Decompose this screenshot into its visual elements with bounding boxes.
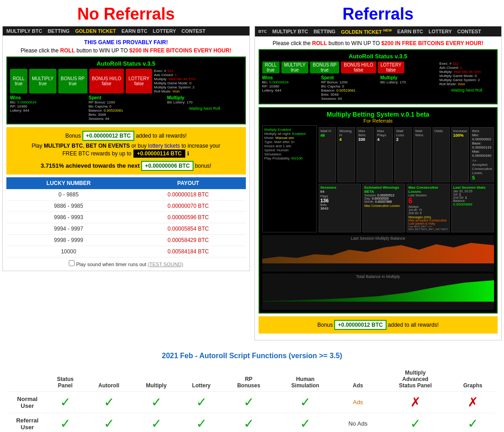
normal-graphs: ✗ (451, 391, 495, 413)
left-nav-betting[interactable]: BETTING (48, 28, 70, 34)
table-row: 9994 - 9997 0.00005854 BTC (6, 223, 246, 235)
multiply-main-grid: Multiply Enabled Multiply all night: Ena… (262, 125, 494, 232)
right-stats-inner: Wins Btc: 0.00000624 RP: 10360 Lottery: … (262, 75, 437, 101)
multiply-subtitle: For Referrals (262, 118, 494, 123)
col-human-sim: HumanSimulation (275, 367, 336, 392)
col-lottery: Lottery (180, 367, 223, 392)
left-sessions: Sessions: 64 (89, 117, 164, 121)
left-bets: Bets: 3048 (89, 113, 164, 117)
right-btn-roll[interactable]: ROLLtrue (262, 62, 280, 73)
left-bonus-section: Bonus +0.00000012 BTC added to all rewar… (6, 127, 246, 175)
betting-grid: Wait H 46 Missing H 4 Max Bets 330 (319, 127, 494, 182)
left-nav-earn[interactable]: EARN BTC (122, 28, 148, 34)
left-free-btc-amount: +0.00000114 BTC (133, 149, 186, 158)
right-btn-bonus-hilo[interactable]: BONUS HI/LOfalse (341, 62, 376, 73)
sessions-cell: Sessions 64 Plays 136 Bets 3643 (319, 184, 361, 232)
col-rp-bonuses: RPBonuses (223, 367, 275, 392)
left-rp-bonus: RP Bonus: 1200 (89, 100, 164, 104)
left-test-sound[interactable]: (TEST SOUND) (148, 262, 183, 267)
session-chart-svg (262, 241, 494, 263)
right-nav-betting[interactable]: BETTING (314, 29, 336, 34)
left-multiply-col: Multiply Btc Lottery: 170 Waiting Next R… (167, 95, 242, 121)
right-roll-message: Please click the ROLL button to WIN UP T… (259, 40, 498, 46)
left-autoroll-stats: Wins Btc: 0.00000624 RP: 10360 Lottery: … (10, 95, 242, 121)
left-btn-bonus-hilo[interactable]: BONUS HI/LOfalse (89, 69, 124, 93)
right-autoroll-title: AutoRoll Status v.3.5 (262, 53, 494, 60)
svg-marker-0 (262, 243, 494, 263)
col-graphs: Graphs (451, 367, 495, 392)
left-sound-checkbox[interactable] (69, 260, 75, 266)
referral-lottery: ✓ (180, 413, 223, 432)
right-panel-inner: Please click the ROLL button to WIN UP T… (255, 36, 502, 340)
col-status-panel: StatusPanel (46, 367, 85, 392)
normal-human-sim: ✓ (275, 391, 336, 413)
multiply-title: Multiply Betting System v.0.1 beta (262, 111, 494, 118)
referral-user-row: ReferralUser ✓ ✓ ✓ ✓ ✓ ✓ No Ads ✓ ✓ (9, 413, 495, 432)
charts-container: Last Session Multiply Balance (262, 235, 494, 310)
right-exec-info: Exec: # 322 Ads Closed: 0 Multiply: Wait… (439, 62, 494, 93)
left-exec-info: Exec: # 321 Ads Closed: 0 Multiply: Wait… (154, 69, 195, 93)
referral-status-panel: ✓ (46, 413, 85, 432)
left-btn-lottery[interactable]: LOTTERYfalse (126, 69, 152, 93)
left-autoroll-buttons: ROLLtrue MULTIPLYtrue BONUS RPtrue BONUS… (10, 69, 242, 93)
normal-status-panel: ✓ (46, 391, 85, 413)
col-autoroll: Autoroll (85, 367, 133, 392)
right-panel-wrapper: Referrals BTC MULTIPLY BTC BETTING GOLDE… (255, 5, 502, 340)
right-btn-lottery[interactable]: LOTTERYfalse (378, 62, 404, 73)
left-balance: Balance: 0.00523081 (89, 108, 164, 113)
left-wins-col: Wins Btc: 0.00000624 RP: 10360 Lottery: … (10, 95, 85, 121)
left-sound-check: Play sound when timer runs out (TEST SOU… (6, 260, 246, 267)
referral-multiply: ✓ (132, 413, 179, 432)
top-section: No Referrals MULTIPLY BTC BETTING GOLDEN… (0, 0, 504, 345)
left-btc-capcha: Btc Capcha: 0 (89, 104, 164, 108)
normal-autoroll: ✓ (85, 391, 133, 413)
referral-user-label: ReferralUser (9, 413, 46, 432)
left-lucky-table: LUCKY NUMBER PAYOUT 0 - 9885 0.00000018 … (6, 177, 246, 257)
left-range-4: 9994 - 9997 (6, 223, 131, 235)
left-nav-contest[interactable]: CONTEST (182, 28, 206, 34)
left-payout-1: 0.00000018 BTC (131, 189, 245, 201)
table-row: 9886 - 9985 0.00000070 BTC (6, 201, 246, 212)
col-multiply-advanced: MultiplyAdvancedStatus Panel (380, 367, 451, 392)
left-panel-wrapper: No Referrals MULTIPLY BTC BETTING GOLDEN… (2, 5, 250, 340)
left-nav-multiply[interactable]: MULTIPLY BTC (6, 28, 42, 34)
normal-lottery: ✓ (180, 391, 223, 413)
left-range-5: 9998 - 9999 (6, 235, 131, 246)
left-autoroll-title: AutoRoll Status v.3.5 (10, 60, 242, 67)
left-btn-multiply[interactable]: MULTIPLYtrue (29, 69, 56, 93)
left-wins-lottery: Lottery: 644 (10, 108, 85, 113)
right-nav-contest[interactable]: CONTEST (457, 29, 481, 34)
right-btn-multiply[interactable]: MULTIPLYtrue (281, 62, 308, 73)
referral-ads: No Ads (336, 413, 380, 432)
multiply-controls: Wait H 46 Missing H 4 Max Bets 330 (319, 125, 494, 232)
right-btn-bonus-rp[interactable]: BONUS RPtrue (310, 62, 339, 73)
left-nav-golden[interactable]: GOLDEN TICKET (75, 28, 116, 34)
left-spent-col: Spent RP Bonus: 1200 Btc Capcha: 0 Balan… (89, 95, 164, 121)
left-nav-bar: MULTIPLY BTC BETTING GOLDEN TICKET EARN … (3, 26, 249, 36)
right-nav-earn[interactable]: EARN BTC (397, 29, 423, 34)
table-row: 9998 - 9999 0.00058429 BTC (6, 235, 246, 246)
table-row: 10000 0.00584184 BTC (6, 246, 246, 257)
left-wins-title: Wins (10, 95, 85, 100)
multiply-settings: Multiply Enabled Multiply all night: Ena… (262, 125, 317, 232)
right-panel: BTC MULTIPLY BTC BETTING GOLDEN TICKET N… (255, 26, 502, 340)
normal-rp-bonuses: ✓ (223, 391, 275, 413)
left-next-bonus: +0.00000006 BTC (141, 161, 193, 171)
right-nav-golden[interactable]: GOLDEN TICKET NEW (341, 28, 392, 35)
total-chart-svg (262, 279, 494, 302)
right-nav-btc[interactable]: BTC (259, 29, 267, 34)
total-balance-chart: Total Balance in Multiply (262, 273, 494, 310)
left-btn-roll[interactable]: ROLLtrue (10, 69, 27, 93)
referral-multiply-advanced: ✓ (380, 413, 451, 432)
left-waiting: Waiting Next Roll (167, 106, 242, 111)
right-nav-multiply[interactable]: MULTIPLY BTC (272, 29, 308, 34)
last-session-cell: Last Session Stats Jan 20, 20:25 1st: 1 … (451, 184, 494, 232)
left-table-col2: PAYOUT (131, 177, 245, 189)
left-lottery-link[interactable]: lottery tickets (148, 143, 180, 149)
estimated-cell: Estimated Winnings BETA Session: 0.00000… (362, 184, 405, 232)
wait-wins-cell: Wait Wins (413, 127, 431, 182)
left-nav-lottery[interactable]: LOTTERY (153, 28, 176, 34)
left-btn-bonus-rp[interactable]: BONUS RPtrue (58, 69, 87, 93)
missing-h-cell: Missing H 4 (337, 127, 355, 182)
right-nav-lottery[interactable]: LOTTERY (428, 29, 452, 34)
